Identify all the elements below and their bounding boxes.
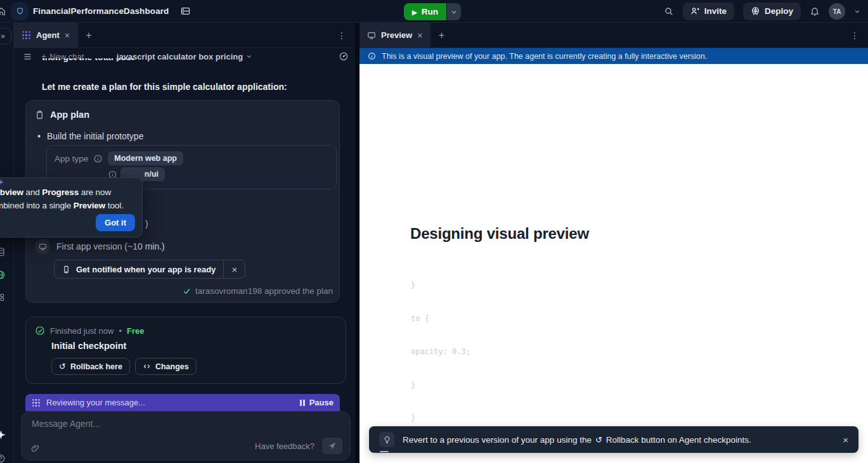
preview-tool-tooltip: Webview and Progress are now combined in… bbox=[0, 177, 143, 238]
new-tab-button[interactable] bbox=[78, 23, 100, 48]
pause-icon bbox=[300, 400, 305, 406]
preview-panel-menu-icon[interactable] bbox=[841, 23, 868, 48]
run-button[interactable]: Run bbox=[404, 3, 446, 20]
dot-separator: • bbox=[119, 326, 122, 336]
globe-icon[interactable] bbox=[0, 270, 6, 280]
app-plan-title: App plan bbox=[50, 110, 89, 120]
tab-agent[interactable]: Agent bbox=[14, 23, 78, 48]
checkpoint-card: Finished just now • Free Initial checkpo… bbox=[25, 317, 346, 384]
message-composer: Have feedback? bbox=[21, 411, 351, 460]
chevron-down-icon bbox=[246, 53, 252, 60]
message-input[interactable] bbox=[32, 419, 330, 429]
top-bar: FinancialPerformanceDashboard Run bbox=[0, 0, 868, 23]
agent-panel: Agent New chat javascript ca bbox=[14, 23, 355, 463]
lightbulb-icon bbox=[379, 432, 394, 447]
send-plane-icon bbox=[328, 441, 337, 450]
notifications-bell-icon[interactable] bbox=[810, 6, 820, 16]
chat-title-dropdown[interactable]: javascript calculator box pricing bbox=[117, 52, 252, 61]
plan-badge: Free bbox=[127, 326, 144, 336]
app-preview-viewport: Designing visual preview } to { opacity:… bbox=[360, 64, 868, 463]
rocket-icon bbox=[751, 6, 760, 16]
run-button-group: Run bbox=[404, 3, 461, 20]
app-logo-shield-icon bbox=[13, 4, 27, 18]
info-icon bbox=[368, 52, 376, 60]
help-icon[interactable] bbox=[0, 453, 6, 463]
preview-panel: Preview This is a visual preview of your… bbox=[360, 23, 868, 463]
preview-info-banner: This is a visual preview of your app. Th… bbox=[360, 48, 868, 64]
agent-tabstrip: Agent bbox=[14, 23, 355, 48]
tip-text-before: Revert to a previous version of your app… bbox=[403, 435, 592, 445]
dismiss-notify-icon[interactable] bbox=[223, 260, 245, 278]
plan-approved-row: tarasovroman198 approved the plan bbox=[183, 286, 333, 296]
database-icon[interactable] bbox=[0, 247, 6, 257]
agent-message: Let me create a plan for this simple cal… bbox=[42, 82, 287, 92]
banner-text: This is a visual preview of your app. Th… bbox=[382, 52, 707, 61]
checkpoint-status: Finished just now bbox=[50, 326, 113, 336]
clipboard-icon bbox=[35, 110, 44, 120]
apps-grid-icon[interactable] bbox=[0, 293, 5, 302]
agent-logo-icon bbox=[32, 398, 41, 407]
invite-button[interactable]: Invite bbox=[683, 3, 734, 20]
close-tab-icon[interactable] bbox=[65, 30, 70, 41]
person-plus-icon bbox=[690, 6, 700, 16]
working-status: Reviewing your message... bbox=[46, 398, 145, 407]
left-sidebar-rail bbox=[0, 23, 14, 463]
rollback-button[interactable]: Rollback here bbox=[51, 358, 130, 375]
play-icon bbox=[412, 7, 417, 16]
attachment-paperclip-icon[interactable] bbox=[30, 443, 40, 453]
assistant-sparkle-icon[interactable] bbox=[0, 429, 6, 440]
code-brackets-icon bbox=[143, 362, 151, 371]
monitor-icon bbox=[35, 239, 50, 254]
new-tab-button[interactable] bbox=[431, 23, 452, 48]
tab-preview[interactable]: Preview bbox=[360, 23, 431, 48]
agent-mini-icon bbox=[0, 179, 4, 186]
agent-logo-icon bbox=[22, 30, 31, 40]
run-options-dropdown[interactable] bbox=[447, 3, 461, 20]
home-icon[interactable] bbox=[0, 6, 6, 16]
first-app-version-row: First app version (~10 min.) bbox=[35, 239, 165, 254]
rollback-icon bbox=[59, 362, 66, 371]
first-version-label: First app version (~10 min.) bbox=[56, 241, 165, 251]
pause-button[interactable]: Pause bbox=[300, 398, 334, 407]
check-icon bbox=[183, 287, 191, 295]
scrolled-message-fragment: then get the total cost bbox=[42, 58, 134, 63]
changes-button[interactable]: Changes bbox=[135, 358, 197, 375]
usage-gauge-icon[interactable] bbox=[339, 51, 349, 61]
tip-text-after: Rollback button on Agent checkpoints. bbox=[606, 435, 751, 445]
project-title[interactable]: FinancialPerformanceDashboard bbox=[33, 6, 169, 16]
account-chevron-down-icon[interactable] bbox=[854, 8, 860, 15]
agent-working-bar: Reviewing your message... Pause bbox=[25, 394, 340, 411]
checkpoint-title: Initial checkpoint bbox=[51, 341, 126, 351]
preview-tabstrip: Preview bbox=[360, 23, 868, 48]
info-icon[interactable] bbox=[93, 154, 103, 163]
search-icon[interactable] bbox=[664, 6, 674, 16]
phone-icon bbox=[62, 265, 70, 274]
preview-heading: Designing visual preview bbox=[410, 225, 589, 243]
close-tab-icon[interactable] bbox=[417, 30, 422, 41]
rollback-tip-bar: Revert to a previous version of your app… bbox=[369, 426, 858, 453]
checkpoint-check-icon bbox=[35, 326, 45, 336]
send-button[interactable] bbox=[322, 438, 342, 454]
plan-bullet-item: Build the initial prototype bbox=[37, 131, 143, 141]
app-type-label: App type bbox=[55, 154, 88, 163]
rollback-icon bbox=[595, 435, 602, 445]
monitor-icon bbox=[367, 31, 376, 40]
feedback-link[interactable]: Have feedback? bbox=[255, 441, 314, 451]
chat-list-icon[interactable] bbox=[23, 52, 32, 61]
replit-workspace: FinancialPerformanceDashboard Run bbox=[0, 0, 868, 463]
notify-button[interactable]: Get notified when your app is ready bbox=[54, 260, 245, 279]
agent-panel-menu-icon[interactable] bbox=[328, 23, 355, 48]
avatar[interactable]: TA bbox=[829, 3, 845, 20]
preview-code-fragment: } to { opacity: 0.3; } } bbox=[411, 258, 470, 447]
dismiss-tip-icon[interactable] bbox=[843, 434, 848, 445]
occluded-text-fragment: ) bbox=[145, 219, 148, 229]
database-pane-icon[interactable] bbox=[180, 6, 191, 16]
deploy-button[interactable]: Deploy bbox=[743, 3, 801, 20]
expand-sidebar-button[interactable] bbox=[0, 28, 11, 44]
got-it-button[interactable]: Got it bbox=[96, 214, 135, 231]
panel-divider[interactable] bbox=[355, 23, 360, 463]
app-type-badge: Modern web app bbox=[108, 151, 183, 165]
